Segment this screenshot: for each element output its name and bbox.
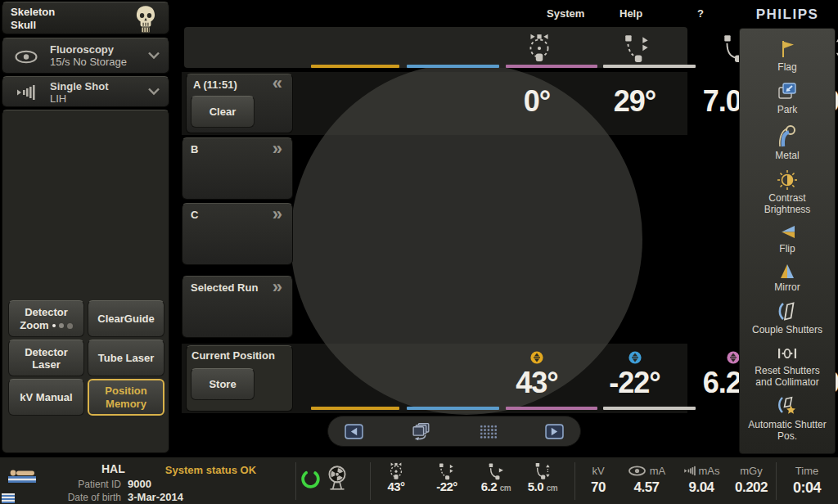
memory-slot-b-panel[interactable]: B » <box>182 137 293 200</box>
corner-flag-icon <box>2 493 15 503</box>
expand-icon[interactable]: » <box>273 277 282 298</box>
dob-value: 3-Mar-2014 <box>128 491 183 503</box>
next-image-button[interactable] <box>545 424 564 439</box>
tool-reset-shutters[interactable]: Reset Shutters and Collimator <box>748 344 827 388</box>
position-memory-button[interactable]: Position Memory <box>88 379 164 416</box>
philips-logo: PHILIPS <box>739 7 836 23</box>
axis-underline-longitudinal <box>506 407 597 410</box>
axis-underline-height <box>603 65 696 68</box>
tool-park[interactable]: Park <box>748 81 827 115</box>
detector-laser-button[interactable]: Detector Laser <box>8 340 84 376</box>
previous-image-button[interactable] <box>345 424 363 439</box>
current-position-panel: Current Position Store <box>186 345 293 412</box>
viewer-navigation-bar <box>327 416 581 447</box>
contrast-brightness-icon <box>777 169 798 191</box>
c-arm-longitudinal-icon <box>487 461 505 480</box>
tool-flag[interactable]: Flag <box>748 38 827 73</box>
selected-run-panel[interactable]: Selected Run » <box>182 276 293 338</box>
tool-mirror[interactable]: Mirror <box>748 262 827 293</box>
single-shot-subtitle: LIH <box>50 92 109 105</box>
patient-id-label: Patient ID <box>47 479 121 490</box>
divider <box>295 462 296 500</box>
system-status-text: System status OK <box>139 464 282 476</box>
selected-run-label: Selected Run <box>191 281 258 294</box>
fluoro-title: Fluoroscopy <box>50 43 127 56</box>
status-bar: HAL Patient ID9000 Date of birth3-Mar-20… <box>0 456 838 504</box>
menu-help[interactable]: Help <box>619 7 642 20</box>
tool-couple-shutters[interactable]: Couple Shutters <box>748 301 827 335</box>
automatic-shutter-icon <box>777 396 798 417</box>
store-button[interactable]: Store <box>191 368 255 400</box>
axis-underline-rotation <box>311 65 399 68</box>
chevron-down-icon <box>147 52 160 60</box>
application-window: System Help ? Skeleton Skull Fluorosco <box>0 0 838 504</box>
tool-contrast-brightness[interactable]: Contrast Brightness <box>748 169 827 215</box>
memory-slot-a-label: A (11:51) <box>193 79 237 91</box>
park-icon <box>777 81 798 102</box>
clear-button[interactable]: Clear <box>191 96 255 128</box>
c-arm-height-icon <box>534 461 552 480</box>
patient-id-value: 9000 <box>128 478 151 490</box>
single-shot-mode-selector[interactable]: Single Shot LIH <box>2 76 169 107</box>
axis-move-badge-longitudinal-icon <box>727 351 740 364</box>
memory-slot-b-label: B <box>191 143 198 155</box>
flip-icon <box>777 223 798 241</box>
expand-icon[interactable]: » <box>273 138 282 160</box>
pulse-icon <box>16 84 35 101</box>
c-arm-angulation-icon <box>438 461 456 480</box>
divider <box>370 462 371 500</box>
current-position-label: Current Position <box>191 349 275 362</box>
expand-icon[interactable]: » <box>273 204 282 225</box>
axis-underline-rotation <box>311 407 399 410</box>
metal-icon <box>776 124 799 148</box>
procedure-header: Skeleton Skull <box>2 2 169 34</box>
memory-slot-c-panel[interactable]: C » <box>182 203 293 265</box>
reset-shutters-icon <box>777 344 798 363</box>
axis-underline-angulation <box>407 407 499 410</box>
current-rotation-value: 43° <box>493 365 581 401</box>
clearguide-button[interactable]: ClearGuide <box>88 300 164 337</box>
image-tools-panel: Flag Park Metal <box>739 28 836 454</box>
xray-tube-icon <box>324 464 350 492</box>
mas-readout: mAs 9.04 <box>676 461 727 496</box>
menu-system[interactable]: System <box>547 7 584 20</box>
flag-icon <box>777 38 798 60</box>
memory-slot-a-panel[interactable]: A (11:51) « Clear <box>186 74 293 133</box>
eye-icon <box>628 466 647 476</box>
axis-move-badge-angulation-icon <box>628 351 642 364</box>
detector-zoom-label-line2: Zoom <box>20 319 48 331</box>
axis-icon-bar <box>184 27 687 68</box>
axis-underline-angulation <box>407 65 499 68</box>
kv-manual-button[interactable]: kV Manual <box>8 379 84 416</box>
single-shot-title: Single Shot <box>50 80 109 92</box>
fluoro-subtitle: 15/s No Storage <box>50 56 127 68</box>
memory-slot-c-label: C <box>191 209 198 221</box>
protocol-line2: Skull <box>11 19 55 32</box>
readout-height: 5.0 cm <box>520 461 565 493</box>
collapse-icon[interactable]: « <box>273 73 282 94</box>
divider <box>776 462 777 500</box>
ma-readout: mA 4.57 <box>620 461 673 496</box>
tool-metal[interactable]: Metal <box>748 124 827 161</box>
left-tools-panel: Detector Zoom ClearGuide Detector Laser … <box>2 110 169 453</box>
zoom-level-dots-icon <box>49 319 73 331</box>
eye-icon <box>14 50 38 64</box>
divider <box>574 462 575 500</box>
current-angulation-value: -22° <box>588 365 681 401</box>
couple-shutters-icon <box>777 301 798 322</box>
overview-grid-button[interactable] <box>480 425 498 439</box>
protocol-line1: Skeleton <box>11 6 55 19</box>
menu-question[interactable]: ? <box>697 7 704 20</box>
detector-zoom-button[interactable]: Detector Zoom <box>8 300 84 337</box>
tool-automatic-shutter[interactable]: Automatic Shutter Pos. <box>748 396 827 442</box>
c-arm-angulation-icon <box>623 32 652 63</box>
fluoroscopy-mode-selector[interactable]: Fluoroscopy 15/s No Storage <box>2 38 169 74</box>
axis-underline-longitudinal <box>506 65 597 68</box>
row-a-rotation-value: 0° <box>493 83 581 119</box>
mirror-icon <box>777 262 798 280</box>
readout-angulation: -22° <box>421 461 473 493</box>
cycle-runs-button[interactable] <box>411 422 433 441</box>
axis-move-badge-rotation-icon <box>530 351 543 364</box>
tool-flip[interactable]: Flip <box>748 223 827 254</box>
tube-laser-button[interactable]: Tube Laser <box>88 340 164 376</box>
